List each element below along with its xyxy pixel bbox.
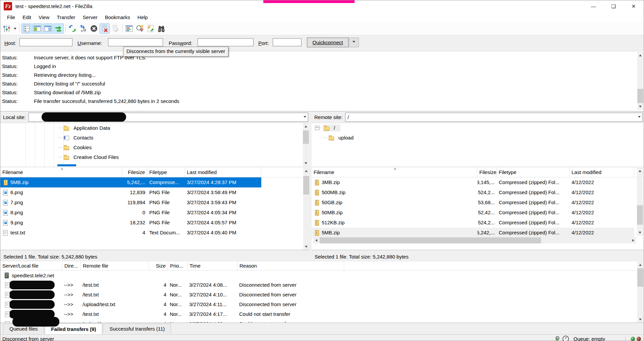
- local-site-combo[interactable]: [29, 113, 308, 122]
- minimize-button[interactable]: —: [583, 0, 603, 12]
- queue-transfer-row[interactable]: -->>/test.txt4Nor...3/27/2024 4:08...Dis…: [0, 280, 644, 290]
- scroll-down-icon[interactable]: [303, 160, 309, 166]
- process-queue-button[interactable]: [78, 23, 88, 34]
- site-manager-dropdown-button[interactable]: [12, 24, 18, 33]
- column-header-filesize[interactable]: Filesize: [122, 168, 147, 177]
- queue-scrollbar[interactable]: [637, 262, 643, 323]
- scroll-left-icon[interactable]: [313, 237, 319, 243]
- speed-limits-icon[interactable]: [562, 336, 569, 341]
- file-row[interactable]: 512KB.zip524,2...Compressed (zipped) Fol…: [312, 218, 634, 228]
- column-header-last-modified[interactable]: Last modified: [570, 168, 634, 177]
- queue-header-server-local-file[interactable]: Server/Local file: [0, 262, 62, 270]
- tree-item-contacts[interactable]: Contacts: [0, 133, 309, 143]
- tree-item-creative-cloud-files[interactable]: Creative Cloud Files: [0, 152, 309, 162]
- tree-item-upload[interactable]: upload: [312, 133, 644, 143]
- column-header-filesize[interactable]: Filesize: [477, 168, 497, 177]
- quickconnect-dropdown-button[interactable]: [349, 38, 359, 47]
- toggle-local-tree-button[interactable]: [32, 23, 42, 34]
- queue-header-prio-[interactable]: Prio...: [168, 262, 187, 270]
- file-row[interactable]: 7.png119,894PNG File3/27/2024 3:59:43 PM: [0, 197, 261, 208]
- file-row[interactable]: 6.png12,839PNG File3/27/2024 3:58:49 PM: [0, 187, 261, 197]
- find-files-button[interactable]: [156, 23, 166, 34]
- file-row[interactable]: 50GB.zip53,68...Compressed (zipped) Fol.…: [312, 197, 634, 208]
- queue-transfer-row[interactable]: -->>/test.txt4Nor...3/27/2024 4:17...Cou…: [0, 309, 644, 319]
- scrollbar-thumb[interactable]: [637, 205, 643, 225]
- queue-header-dire-[interactable]: Dire...: [62, 262, 81, 270]
- file-row[interactable]: 5MB.zip5,242,...Compresse...3/27/2024 4:…: [0, 177, 261, 187]
- site-manager-button[interactable]: [2, 23, 12, 34]
- menu-edit[interactable]: Edit: [19, 13, 35, 21]
- queue-server-row[interactable]: speedtest.tele2.net: [0, 271, 644, 280]
- username-input[interactable]: [108, 38, 163, 46]
- collapse-icon[interactable]: [315, 126, 319, 130]
- scroll-up-icon[interactable]: [637, 168, 643, 174]
- queue-transfer-row[interactable]: -->>/upload/test.txt4Nor...3/27/2024 4:1…: [0, 299, 644, 309]
- local-tree-scrollbar[interactable]: [303, 123, 309, 166]
- quickconnect-button[interactable]: Quickconnect: [307, 38, 348, 47]
- menu-file[interactable]: File: [3, 13, 19, 21]
- column-header-filetype[interactable]: Filetype: [497, 168, 570, 177]
- queue-transfer-row[interactable]: -->>/test.txt4Nor...3/27/2024 4:10...Dis…: [0, 290, 644, 299]
- tree-item-application-data[interactable]: Application Data: [0, 123, 309, 133]
- menu-transfer[interactable]: Transfer: [53, 13, 79, 21]
- close-button[interactable]: ✕: [624, 0, 644, 12]
- scroll-down-icon[interactable]: [637, 104, 643, 110]
- queue-header-remote-file[interactable]: Remote file: [81, 262, 149, 270]
- scrollbar-thumb[interactable]: [303, 130, 309, 144]
- directory-listing-filters-button[interactable]: [124, 23, 134, 34]
- menu-help[interactable]: Help: [134, 13, 152, 21]
- file-row[interactable]: 8.png0PNG File3/27/2024 4:05:34 PM: [0, 208, 261, 218]
- scroll-up-icon[interactable]: [303, 168, 309, 174]
- queue-header-reason[interactable]: Reason: [237, 262, 344, 270]
- reconnect-button[interactable]: [110, 23, 120, 34]
- scroll-up-icon[interactable]: [303, 123, 309, 129]
- scroll-down-icon[interactable]: [637, 317, 643, 323]
- pane-splitter[interactable]: [309, 112, 312, 262]
- remote-site-combo[interactable]: /: [345, 113, 643, 122]
- disconnect-button[interactable]: [100, 23, 110, 34]
- queue-header-time[interactable]: Time: [187, 262, 237, 270]
- local-list-scrollbar[interactable]: [303, 168, 309, 250]
- scroll-up-icon[interactable]: [637, 262, 643, 268]
- tree-item-cookies[interactable]: Cookies: [0, 143, 309, 152]
- scrollbar-thumb[interactable]: [637, 89, 643, 103]
- tab-successful-transfers-11-[interactable]: Successful transfers (11): [103, 324, 171, 334]
- toggle-message-log-button[interactable]: [21, 23, 32, 34]
- menu-bookmarks[interactable]: Bookmarks: [101, 13, 134, 21]
- scrollbar-thumb[interactable]: [303, 176, 309, 194]
- host-input[interactable]: [19, 38, 72, 46]
- remote-list-scrollbar[interactable]: [637, 168, 643, 236]
- menu-server[interactable]: Server: [79, 13, 101, 21]
- scroll-down-icon[interactable]: [637, 230, 643, 236]
- port-input[interactable]: [273, 38, 302, 46]
- synchronized-browsing-button[interactable]: [146, 23, 156, 34]
- directory-comparison-button[interactable]: [135, 23, 145, 34]
- menu-view[interactable]: View: [35, 13, 53, 21]
- toggle-remote-tree-button[interactable]: [43, 23, 53, 34]
- password-input[interactable]: [198, 38, 254, 46]
- message-log-scrollbar[interactable]: [637, 52, 643, 110]
- file-row[interactable]: 500MB.zip524,2...Compressed (zipped) Fol…: [312, 187, 634, 197]
- scrollbar-thumb[interactable]: [320, 237, 541, 243]
- scroll-right-icon[interactable]: [630, 237, 636, 243]
- remote-list-horizontal-scrollbar[interactable]: [313, 237, 636, 243]
- column-header-filetype[interactable]: Filetype: [147, 168, 185, 177]
- tree-item-root[interactable]: /: [312, 123, 644, 133]
- refresh-button[interactable]: [67, 23, 77, 34]
- queue-header-size[interactable]: Size: [149, 262, 168, 270]
- scroll-up-icon[interactable]: [637, 52, 643, 58]
- toggle-transfer-queue-button[interactable]: [54, 23, 64, 34]
- file-row[interactable]: 5MB.zip5,242,...Compressed (zipped) Fol.…: [312, 228, 634, 238]
- file-row[interactable]: 3MB.zip3,145,...Compressed (zipped) Fol.…: [312, 177, 634, 187]
- queue-transfer-row[interactable]: -->>/upload/test.txt4Nor...3/27/2024 4:2…: [0, 319, 644, 323]
- file-row[interactable]: 9.png18,232PNG File3/27/2024 4:05:57 PM: [0, 218, 261, 228]
- tree-partial-selected-item[interactable]: [57, 164, 76, 166]
- transfer-settings-gear-icon[interactable]: ⚙A: [554, 335, 561, 341]
- file-row[interactable]: 50MB.zip52,42...Compressed (zipped) Fol.…: [312, 208, 634, 218]
- file-row[interactable]: test.txt4Text Docum...3/27/2024 4:05:40 …: [0, 228, 261, 238]
- column-header-last-modified[interactable]: Last modified: [185, 168, 261, 177]
- scrollbar-thumb[interactable]: [637, 268, 643, 287]
- scroll-down-icon[interactable]: [303, 244, 309, 250]
- maximize-button[interactable]: ❏: [603, 0, 624, 12]
- cancel-operation-button[interactable]: [89, 23, 99, 34]
